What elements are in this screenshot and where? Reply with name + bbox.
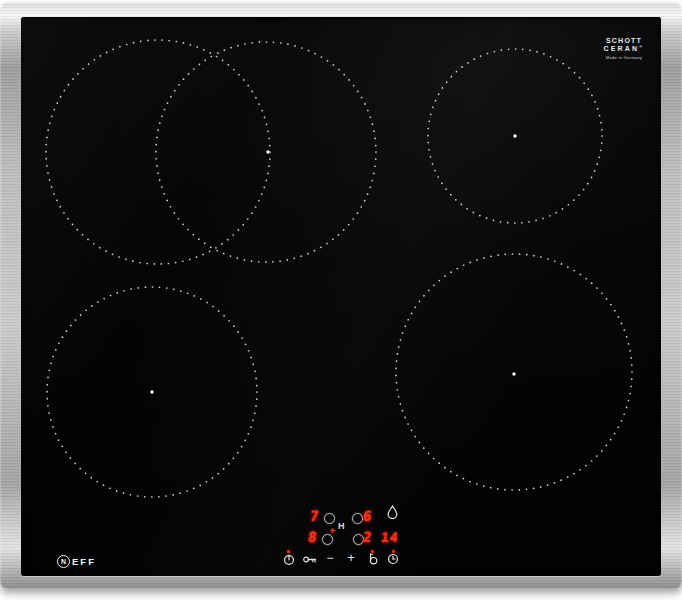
neff-logo: N EFF xyxy=(57,555,96,568)
neff-logo-letters: EFF xyxy=(72,556,96,567)
droplet-icon xyxy=(387,505,398,519)
kitchen-timer-button[interactable] xyxy=(368,552,378,565)
zone-selector-front-left[interactable] xyxy=(322,534,333,545)
induction-hob-photo: SCHOTT CERAN® Made in Germany N EFF 7 6 … xyxy=(0,0,682,600)
heat-indicator-H: H xyxy=(338,521,345,531)
schott-ceran-line2: CERAN® xyxy=(596,45,652,53)
zone-selector-rear-left[interactable] xyxy=(324,513,335,524)
cooking-timer-clock-button[interactable] xyxy=(387,553,399,565)
power-button[interactable] xyxy=(283,553,295,565)
schott-ceran-subtext: Made in Germany xyxy=(596,56,652,61)
key-lock-button[interactable] xyxy=(303,555,317,564)
ceramic-glass-surface xyxy=(21,17,661,576)
neff-logo-n-emblem: N xyxy=(57,555,70,568)
timer-display: 14 xyxy=(380,530,399,545)
plus-button[interactable]: + xyxy=(345,551,357,564)
minus-button[interactable]: − xyxy=(324,552,336,564)
boost-plus-indicator: + xyxy=(330,526,335,535)
schott-ceran-logo: SCHOTT CERAN® Made in Germany xyxy=(596,37,652,61)
